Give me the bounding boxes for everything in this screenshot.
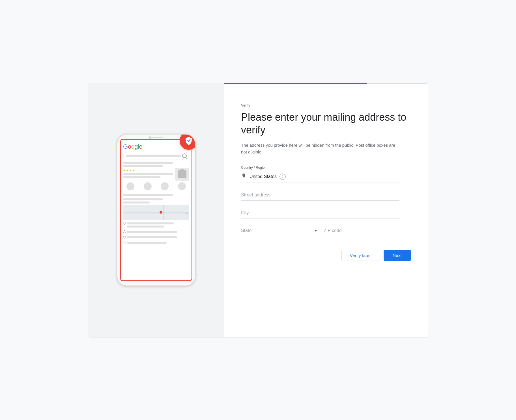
country-label: Country / Region [241,166,399,170]
dropdown-arrow-icon: ▾ [315,228,317,233]
state-select-wrapper: State Alabama Alaska Arizona California … [241,225,317,236]
country-help-button[interactable]: ? [280,174,286,180]
street-address-input[interactable] [241,192,399,198]
zip-field-row [324,225,399,236]
right-panel: Verify Please enter your mailing address… [224,83,428,337]
page-title: Please enter your mailing address to ver… [241,111,411,136]
city-field-row [241,207,399,218]
main-container: Google ★ [88,83,428,337]
phone-search-bar [123,152,189,159]
chevron-right-icon: › [186,210,188,215]
result-item-pin [123,221,189,229]
search-icon [182,153,187,158]
pin-icon [122,221,126,225]
phone-circle-icon [126,182,134,190]
globe-icon [123,241,126,244]
next-button[interactable]: Next [384,250,411,261]
button-row: Verify later Next [241,250,411,261]
share-circle-icon [178,182,186,190]
phone-icon [123,236,126,239]
street-address-field-row [241,190,399,201]
search-bar-line [126,155,181,157]
google-logo: Google [123,143,142,150]
phone-content: Google ★ [121,140,192,248]
street-address-field-group [241,190,399,201]
verify-later-button[interactable]: Verify later [341,250,379,261]
state-zip-field-group: State Alabama Alaska Arizona California … [241,225,399,236]
listing-row: ★ ★ ★ ★ [123,168,189,181]
shield-icon [184,136,193,145]
stars-row: ★ ★ ★ ★ [123,169,173,172]
store-shape-icon [178,170,186,178]
left-panel: Google ★ [88,83,224,337]
result-item [123,193,189,197]
step-label: Verify [241,103,411,107]
phone-mockup: Google ★ [117,134,196,286]
state-field: State Alabama Alaska Arizona California … [241,225,317,236]
address-form: Country / Region United States ? [241,166,399,236]
location-pin-icon [241,174,247,180]
result-item-globe [123,241,189,245]
save-circle-icon [161,182,169,190]
result-item-clock [123,230,189,234]
phone-camera [149,136,151,139]
country-field-row: United States ? [241,171,399,183]
map-circle-icon [144,182,152,190]
zip-input[interactable] [324,228,399,233]
country-value: United States [250,174,277,179]
city-field-group [241,207,399,218]
progress-bar-container [224,83,428,84]
store-icon-box [175,168,189,181]
page-description: The address you provide here will be hid… [241,142,399,155]
state-zip-row: State Alabama Alaska Arizona California … [241,225,399,236]
country-field-group: Country / Region United States ? [241,166,399,183]
clock-icon [123,230,126,233]
map-pin-icon [160,211,162,214]
progress-bar-fill [224,83,367,84]
phone-inner: Google ★ [120,139,192,281]
city-input[interactable] [241,210,399,215]
icon-row [123,182,189,190]
google-logo-area: Google [123,142,189,152]
result-item-phone [123,235,189,239]
map-preview [123,205,189,220]
zip-field [324,225,399,236]
state-select[interactable]: State Alabama Alaska Arizona California … [241,228,315,233]
